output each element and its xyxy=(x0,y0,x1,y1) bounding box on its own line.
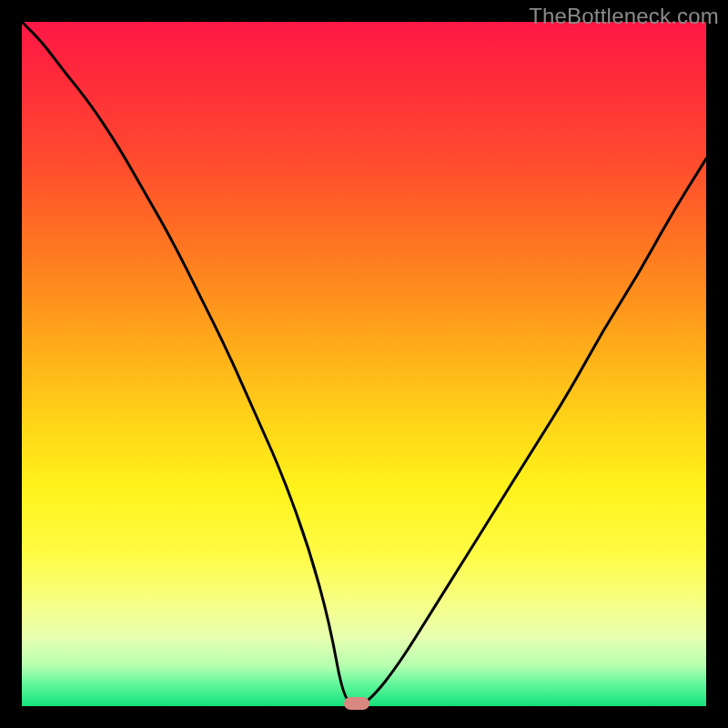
chart-frame: TheBottleneck.com xyxy=(0,0,728,728)
watermark-text: TheBottleneck.com xyxy=(529,4,719,29)
bottleneck-curve xyxy=(22,22,706,706)
optimal-marker xyxy=(344,697,369,710)
plot-area xyxy=(22,22,706,706)
